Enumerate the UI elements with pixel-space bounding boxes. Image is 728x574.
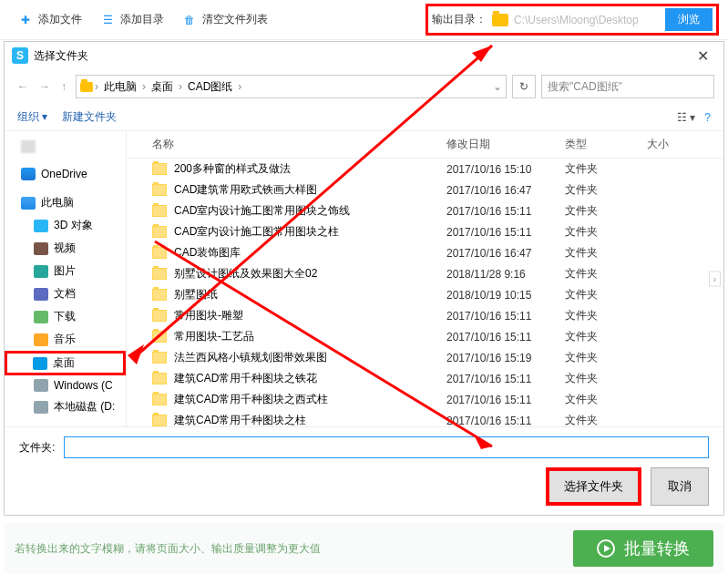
close-icon[interactable]: ✕ xyxy=(690,47,716,65)
file-date: 2017/10/16 16:47 xyxy=(446,184,565,197)
breadcrumb-item[interactable]: 桌面 xyxy=(148,79,177,95)
file-name: CAD室内设计施工图常用图块之饰线 xyxy=(174,203,446,219)
cancel-button[interactable]: 取消 xyxy=(651,467,709,506)
chevron-down-icon[interactable]: ⌄ xyxy=(493,80,502,93)
chevron-right-icon: › xyxy=(95,80,98,93)
batch-convert-button[interactable]: 批量转换 xyxy=(573,530,713,567)
plus-icon: ✚ xyxy=(18,13,33,27)
folder-icon xyxy=(152,268,167,280)
table-row[interactable]: 建筑CAD常用千种图块之柱2017/10/16 15:11文件夹 xyxy=(127,410,723,426)
file-date: 2018/10/19 10:15 xyxy=(446,289,565,302)
file-date: 2017/10/16 15:11 xyxy=(446,226,565,239)
location-icon xyxy=(34,311,48,323)
add-file-button[interactable]: ✚ 添加文件 xyxy=(9,6,91,33)
table-row[interactable]: CAD室内设计施工图常用图块之柱2017/10/16 15:11文件夹 xyxy=(127,221,723,242)
add-dir-button[interactable]: ☰ 添加目录 xyxy=(91,6,173,33)
file-date: 2017/10/16 15:11 xyxy=(446,394,565,406)
back-button[interactable]: ← xyxy=(14,78,32,95)
chevron-right-icon: › xyxy=(238,80,241,93)
table-row[interactable]: 常用图块-雕塑2017/10/16 15:11文件夹 xyxy=(127,305,723,326)
col-name[interactable]: 名称 xyxy=(152,137,446,152)
nav-arrows: ← → ↑ xyxy=(14,78,70,95)
sidebar-item[interactable]: 音乐 xyxy=(5,328,126,351)
table-row[interactable]: CAD建筑常用欧式铁画大样图2017/10/16 16:47文件夹 xyxy=(127,179,723,200)
up-button[interactable]: ↑ xyxy=(57,78,70,95)
file-type: 文件夹 xyxy=(565,224,647,240)
breadcrumb[interactable]: › 此电脑 › 桌面 › CAD图纸 › ⌄ xyxy=(76,75,507,98)
file-rows: 200多种窗的样式及做法2017/10/16 15:10文件夹CAD建筑常用欧式… xyxy=(127,159,723,426)
col-date[interactable]: 修改日期 xyxy=(446,137,565,152)
breadcrumb-item[interactable]: 此电脑 xyxy=(100,79,140,95)
sidebar-item[interactable] xyxy=(5,137,126,157)
help-button[interactable]: ? xyxy=(704,111,711,124)
sidebar-item-label: 桌面 xyxy=(53,355,75,371)
file-type: 文件夹 xyxy=(565,287,647,302)
file-list-panel: 名称 修改日期 类型 大小 200多种窗的样式及做法2017/10/16 15:… xyxy=(127,131,723,426)
view-mode-button[interactable]: ☷ ▾ xyxy=(677,111,695,124)
sidebar-item[interactable]: Windows (C xyxy=(5,375,126,395)
col-type[interactable]: 类型 xyxy=(565,137,647,152)
organize-button[interactable]: 组织 ▾ xyxy=(17,109,47,125)
sidebar-item[interactable]: 视频 xyxy=(5,237,126,260)
table-row[interactable]: 建筑CAD常用千种图块之铁花2017/10/16 15:11文件夹 xyxy=(127,368,723,389)
location-icon xyxy=(21,168,36,180)
file-date: 2018/11/28 9:16 xyxy=(446,268,565,281)
breadcrumb-item[interactable]: CAD图纸 xyxy=(184,79,236,95)
folder-icon xyxy=(492,14,508,26)
select-folder-button[interactable]: 选择文件夹 xyxy=(546,467,641,506)
search-input[interactable]: 搜索"CAD图纸" xyxy=(541,75,714,98)
folder-input-row: 文件夹: xyxy=(19,436,709,458)
table-row[interactable]: 别墅设计图纸及效果图大全022018/11/28 9:16文件夹 xyxy=(127,263,723,284)
sidebar-item-desktop[interactable]: 桌面 xyxy=(5,351,126,375)
file-date: 2017/10/16 15:11 xyxy=(446,331,565,343)
sidebar-item[interactable]: 此电脑 xyxy=(5,191,126,214)
sidebar-item-label: 此电脑 xyxy=(41,195,74,210)
file-type: 文件夹 xyxy=(565,266,647,282)
file-name: CAD装饰图库 xyxy=(174,245,446,261)
sidebar-item-label: 下载 xyxy=(54,309,76,324)
location-icon xyxy=(34,242,48,255)
file-type: 文件夹 xyxy=(565,392,647,407)
file-name: 建筑CAD常用千种图块之柱 xyxy=(174,413,446,426)
dialog-buttons: 选择文件夹 取消 xyxy=(19,467,709,506)
search-placeholder: 搜索"CAD图纸" xyxy=(548,79,622,95)
scroll-right-icon[interactable]: › xyxy=(709,272,721,287)
dialog-footer: 文件夹: 选择文件夹 取消 xyxy=(5,426,723,515)
batch-label: 批量转换 xyxy=(624,538,690,559)
table-row[interactable]: 常用图块-工艺品2017/10/16 15:11文件夹 xyxy=(127,326,723,347)
folder-label: 文件夹: xyxy=(19,440,55,456)
sidebar-item[interactable]: 文档 xyxy=(5,282,126,305)
col-size[interactable]: 大小 xyxy=(647,137,711,152)
file-type: 文件夹 xyxy=(565,182,647,198)
table-row[interactable]: 建筑CAD常用千种图块之西式柱2017/10/16 15:11文件夹 xyxy=(127,389,723,410)
file-date: 2017/10/16 15:11 xyxy=(446,415,565,427)
sidebar-item[interactable]: 图片 xyxy=(5,260,126,282)
folder-icon xyxy=(152,226,167,238)
table-row[interactable]: 200多种窗的样式及做法2017/10/16 15:10文件夹 xyxy=(127,159,723,179)
folder-icon xyxy=(152,331,167,343)
add-dir-label: 添加目录 xyxy=(120,12,164,27)
output-dir-area: 输出目录： C:\Users\Mloong\Desktop 浏览 xyxy=(426,4,719,36)
location-icon xyxy=(21,140,36,153)
table-row[interactable]: 别墅图纸2018/10/19 10:15文件夹 xyxy=(127,284,723,305)
refresh-button[interactable]: ↻ xyxy=(512,75,536,98)
folder-icon xyxy=(152,184,167,196)
table-row[interactable]: CAD装饰图库2017/10/16 16:47文件夹 xyxy=(127,242,723,263)
sidebar-item[interactable]: 3D 对象 xyxy=(5,214,126,237)
folder-dialog: S 选择文件夹 ✕ ← → ↑ › 此电脑 › 桌面 › CAD图纸 › ⌄ ↻… xyxy=(4,41,724,516)
file-name: 法兰西风格小镇规划图带效果图 xyxy=(174,350,446,365)
file-name: 200多种窗的样式及做法 xyxy=(174,161,446,177)
sidebar-item[interactable]: OneDrive xyxy=(5,164,126,184)
new-folder-button[interactable]: 新建文件夹 xyxy=(62,109,117,125)
sidebar-item[interactable]: 下载 xyxy=(5,305,126,328)
table-row[interactable]: CAD室内设计施工图常用图块之饰线2017/10/16 15:11文件夹 xyxy=(127,200,723,221)
file-type: 文件夹 xyxy=(565,245,647,261)
forward-button[interactable]: → xyxy=(36,78,54,95)
table-row[interactable]: 法兰西风格小镇规划图带效果图2017/10/16 15:19文件夹 xyxy=(127,347,723,368)
folder-input[interactable] xyxy=(64,436,709,458)
location-icon xyxy=(34,401,48,414)
sidebar-item[interactable]: 本地磁盘 (D: xyxy=(5,395,126,418)
clear-list-button[interactable]: 🗑 清空文件列表 xyxy=(173,6,277,33)
folder-icon xyxy=(152,373,167,384)
browse-button[interactable]: 浏览 xyxy=(665,8,713,31)
